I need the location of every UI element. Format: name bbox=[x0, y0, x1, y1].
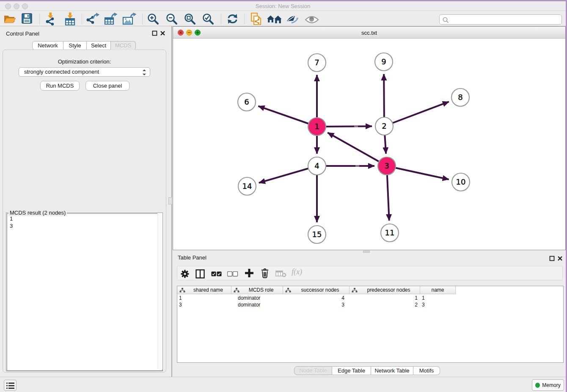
node-label-3: 3 bbox=[384, 161, 389, 170]
cell-name[interactable]: 3 bbox=[420, 301, 456, 308]
show-columns-icon[interactable] bbox=[195, 269, 205, 279]
cell-shared-name[interactable]: 1 bbox=[177, 295, 231, 301]
memory-button[interactable]: Memory bbox=[532, 379, 564, 391]
control-tab-mcds[interactable]: MCDS bbox=[111, 41, 136, 50]
node-label-9: 9 bbox=[381, 57, 386, 66]
column-type-icon bbox=[285, 287, 291, 293]
result-scrollbar[interactable] bbox=[157, 213, 162, 370]
function-builder-icon[interactable]: f(x) bbox=[292, 268, 302, 276]
control-panel: Control Panel NetworkStyleSelectMCDS Opt… bbox=[0, 26, 171, 377]
zoom-in-icon[interactable] bbox=[147, 13, 159, 25]
network-window: scc.txt 7968124314101511 bbox=[173, 26, 566, 250]
delete-icon[interactable] bbox=[260, 268, 270, 279]
node-label-8: 8 bbox=[458, 93, 462, 102]
task-history-button[interactable] bbox=[4, 380, 17, 391]
column-type-icon bbox=[352, 287, 358, 293]
edge-3-1[interactable] bbox=[328, 133, 387, 166]
home-icon[interactable] bbox=[267, 14, 282, 24]
close-panel-icon[interactable] bbox=[160, 30, 165, 36]
column-header-MCDS-role[interactable]: MCDS role bbox=[231, 286, 283, 294]
clone-network-icon[interactable] bbox=[250, 12, 263, 26]
memory-label: Memory bbox=[542, 382, 560, 388]
edge-2-8[interactable] bbox=[384, 102, 449, 126]
add-icon[interactable] bbox=[245, 268, 254, 279]
export-table-icon[interactable] bbox=[104, 13, 118, 25]
deselect-all-icon[interactable] bbox=[227, 271, 238, 277]
window-title: Session: New Session bbox=[0, 3, 566, 9]
table-row-3[interactable]: 3dominator323 bbox=[177, 301, 563, 308]
window-titlebar: Session: New Session bbox=[0, 1, 566, 11]
edge-label bbox=[354, 126, 358, 127]
zoom-selected-icon[interactable] bbox=[202, 13, 214, 25]
node-table: shared nameMCDS rolesuccessor nodesprede… bbox=[177, 286, 564, 363]
toolbar-separator bbox=[39, 14, 40, 24]
search-input[interactable] bbox=[451, 16, 559, 23]
cell-MCDS-role[interactable]: dominator bbox=[231, 301, 283, 308]
column-type-icon bbox=[179, 287, 185, 293]
toolbar-separator bbox=[244, 14, 245, 24]
table-tab-edge-table[interactable]: Edge Table bbox=[332, 366, 371, 375]
criterion-value: strongly connected component bbox=[24, 69, 99, 75]
table-header: shared nameMCDS rolesuccessor nodesprede… bbox=[177, 286, 456, 294]
criterion-select[interactable]: strongly connected component bbox=[19, 67, 150, 77]
cell-shared-name[interactable]: 3 bbox=[177, 301, 231, 308]
node-label-11: 11 bbox=[385, 228, 395, 237]
zoom-out-icon[interactable] bbox=[166, 13, 178, 25]
show-style-icon[interactable] bbox=[286, 15, 300, 25]
open-file-icon[interactable] bbox=[3, 13, 16, 25]
node-label-2: 2 bbox=[382, 121, 386, 130]
edge-label bbox=[355, 165, 359, 167]
column-type-icon bbox=[234, 287, 239, 293]
import-table-icon[interactable] bbox=[64, 12, 76, 25]
import-network-icon[interactable] bbox=[45, 12, 56, 25]
vertical-splitter-handle[interactable] bbox=[168, 197, 172, 204]
table-panel: Table Panel bbox=[173, 253, 566, 377]
mcds-result-list[interactable]: 13 bbox=[7, 213, 162, 371]
delete-table-icon[interactable] bbox=[275, 271, 286, 277]
table-tab-network-table[interactable]: Network Table bbox=[371, 366, 413, 375]
column-header-name[interactable]: name bbox=[420, 286, 456, 294]
table-row-1[interactable]: 1dominator411 bbox=[177, 295, 563, 301]
cell-successor-nodes[interactable]: 4 bbox=[283, 295, 350, 301]
close-panel-button[interactable]: Close panel bbox=[85, 81, 129, 91]
list-icon bbox=[6, 382, 15, 389]
search-box bbox=[439, 14, 562, 25]
run-mcds-button[interactable]: Run MCDS bbox=[40, 81, 80, 91]
node-label-6: 6 bbox=[244, 97, 249, 106]
cell-predecessor-nodes[interactable]: 1 bbox=[350, 295, 420, 301]
optimization-criterion-label: Optimization criterion: bbox=[0, 58, 169, 65]
close-table-panel-icon[interactable] bbox=[557, 256, 563, 261]
mcds-result-group: 13 MCDS result (2 nodes) bbox=[6, 213, 163, 371]
show-graphics-icon[interactable] bbox=[305, 15, 319, 25]
column-header-predecessor-nodes[interactable]: predecessor nodes bbox=[350, 286, 420, 294]
export-image-icon[interactable] bbox=[122, 13, 137, 25]
control-tab-style[interactable]: Style bbox=[63, 41, 87, 50]
table-panel-title: Table Panel bbox=[178, 254, 206, 261]
refresh-icon[interactable] bbox=[227, 14, 238, 25]
control-tab-network[interactable]: Network bbox=[32, 41, 63, 50]
node-label-10: 10 bbox=[456, 177, 466, 186]
main-toolbar bbox=[0, 11, 566, 26]
cell-successor-nodes[interactable]: 3 bbox=[283, 301, 350, 308]
table-tab-node-table[interactable]: Node Table bbox=[294, 366, 332, 375]
edge-3-10[interactable] bbox=[387, 166, 449, 179]
column-header-shared-name[interactable]: shared name bbox=[177, 286, 231, 294]
table-panel-tabs: Node TableEdge TableNetwork TableMotifs bbox=[294, 366, 440, 375]
export-network-icon[interactable] bbox=[86, 13, 99, 25]
network-window-titlebar: scc.txt bbox=[173, 27, 565, 39]
cell-predecessor-nodes[interactable]: 2 bbox=[350, 301, 420, 308]
control-panel-tabs: NetworkStyleSelectMCDS bbox=[32, 41, 136, 50]
column-header-successor-nodes[interactable]: successor nodes bbox=[283, 286, 350, 294]
table-settings-icon[interactable] bbox=[180, 269, 190, 279]
save-session-icon[interactable] bbox=[22, 13, 33, 25]
table-tab-motifs[interactable]: Motifs bbox=[413, 366, 440, 375]
zoom-fit-icon[interactable] bbox=[184, 13, 196, 25]
cell-MCDS-role[interactable]: dominator bbox=[231, 295, 283, 301]
cell-name[interactable]: 1 bbox=[420, 295, 456, 301]
control-panel-title: Control Panel bbox=[6, 30, 39, 37]
float-panel-icon[interactable] bbox=[152, 30, 157, 36]
float-table-panel-icon[interactable] bbox=[549, 256, 555, 261]
select-all-icon[interactable] bbox=[211, 271, 222, 277]
control-tab-select[interactable]: Select bbox=[87, 41, 111, 50]
network-canvas[interactable]: 7968124314101511 bbox=[173, 39, 565, 250]
